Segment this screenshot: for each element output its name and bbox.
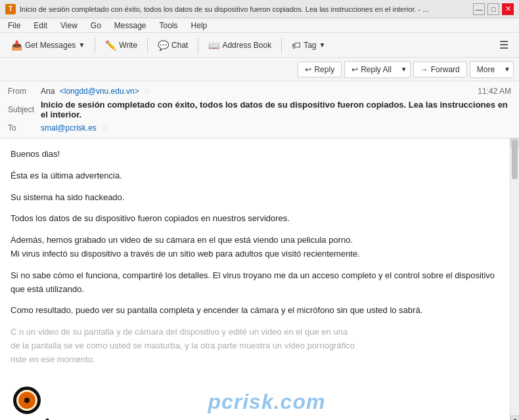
scroll-down-arrow[interactable]: ▼ xyxy=(510,415,519,420)
watermark-section: pcrisk.com xyxy=(11,375,499,420)
reply-all-dropdown[interactable]: ▼ xyxy=(398,61,411,78)
address-book-label: Address Book xyxy=(222,41,271,50)
minimize-button[interactable]: — xyxy=(473,3,485,15)
to-label: To xyxy=(8,123,41,133)
reply-all-arrow-icon: ↩ xyxy=(351,65,358,74)
forward-arrow-icon: → xyxy=(420,65,428,74)
body-p7: Como resultado, puedo ver su pantalla co… xyxy=(11,304,499,318)
email-header: From Ana <longdd@vnu.edu.vn> ☆ 11:42 AM … xyxy=(0,81,519,138)
from-label: From xyxy=(8,87,41,96)
action-bar: ↩ Reply ↩ Reply All ▼ → Forward More ▼ xyxy=(0,58,519,81)
tag-dropdown-arrow[interactable]: ▼ xyxy=(319,41,326,49)
menu-file[interactable]: File xyxy=(5,20,23,31)
reply-all-label: Reply All xyxy=(361,65,392,74)
get-messages-label: Get Messages xyxy=(25,41,76,50)
menu-message[interactable]: Message xyxy=(112,20,149,31)
maximize-button[interactable]: □ xyxy=(487,3,499,15)
scrollbar[interactable]: ▲ ▼ xyxy=(510,138,519,420)
more-button[interactable]: More xyxy=(470,61,501,78)
tag-label: Tag xyxy=(304,41,316,50)
app-icon: T xyxy=(5,4,16,14)
title-bar: T Inicio de sesión completado con éxito,… xyxy=(0,0,519,18)
subject-label: Subject xyxy=(8,105,41,114)
more-label: More xyxy=(477,65,495,74)
tag-icon: 🏷 xyxy=(292,40,301,51)
hamburger-button[interactable]: ☰ xyxy=(494,36,514,54)
write-label: Write xyxy=(119,41,137,50)
window-controls: — □ ✕ xyxy=(473,3,514,15)
address-book-icon: 📖 xyxy=(208,40,219,51)
separator-1 xyxy=(95,37,95,53)
subject-value: Inicio de sesión completado con éxito, t… xyxy=(41,100,511,119)
chat-label: Chat xyxy=(171,41,188,50)
email-body: Buenos dias! Ésta es la última advertenc… xyxy=(0,138,510,420)
reply-label: Reply xyxy=(314,65,334,74)
get-messages-dropdown-arrow[interactable]: ▼ xyxy=(78,41,85,49)
window-title: Inicio de sesión completado con éxito, t… xyxy=(20,5,473,13)
from-row: From Ana <longdd@vnu.edu.vn> ☆ 11:42 AM xyxy=(8,85,511,97)
address-book-button[interactable]: 📖 Address Book xyxy=(202,37,277,54)
body-p8: C n un video de su pantalla y de cámara … xyxy=(11,326,499,366)
separator-4 xyxy=(281,37,282,53)
to-value: smal@pcrisk.es ☆ xyxy=(41,123,511,133)
reply-arrow-icon: ↩ xyxy=(305,65,311,74)
write-button[interactable]: ✏️ Write xyxy=(99,37,143,54)
get-messages-button[interactable]: 📥 Get Messages ▼ xyxy=(5,37,91,54)
body-p2: Ésta es la última advertencia. xyxy=(11,169,499,183)
from-value: Ana <longdd@vnu.edu.vn> ☆ xyxy=(41,87,478,96)
menu-tools[interactable]: Tools xyxy=(157,20,181,31)
body-p3: Su sistema ha sido hackeado. xyxy=(11,191,499,205)
watermark-text: pcrisk.com xyxy=(208,390,325,413)
more-dropdown[interactable]: ▼ xyxy=(501,61,514,78)
close-button[interactable]: ✕ xyxy=(502,3,514,15)
scroll-thumb[interactable] xyxy=(512,140,518,179)
forward-label: Forward xyxy=(431,65,460,74)
separator-3 xyxy=(198,37,198,53)
tag-button[interactable]: 🏷 Tag ▼ xyxy=(286,37,331,54)
body-p4: Todos los datos de su dispositivo fueron… xyxy=(11,212,499,226)
magnifier-icon xyxy=(13,387,47,420)
forward-button[interactable]: → Forward xyxy=(413,62,467,77)
body-p6: Si no sabe cómo el funciona, compartiré … xyxy=(11,269,499,297)
menu-bar: File Edit View Go Message Tools Help xyxy=(0,18,519,33)
body-p5: Además, hemos grabado un video de su cám… xyxy=(11,234,499,261)
write-icon: ✏️ xyxy=(105,40,116,51)
to-star-icon[interactable]: ☆ xyxy=(101,123,108,133)
menu-help[interactable]: Help xyxy=(189,20,210,31)
chat-icon: 💬 xyxy=(158,40,169,51)
inbox-icon: 📥 xyxy=(11,40,22,51)
chat-button[interactable]: 💬 Chat xyxy=(152,37,194,54)
subject-row: Subject Inicio de sesión completado con … xyxy=(8,97,511,122)
menu-edit[interactable]: Edit xyxy=(31,20,50,31)
menu-go[interactable]: Go xyxy=(88,20,104,31)
email-time: 11:42 AM xyxy=(478,87,511,96)
to-email: smal@pcrisk.es xyxy=(41,123,97,133)
to-row: To smal@pcrisk.es ☆ xyxy=(8,122,511,134)
sender-email: <longdd@vnu.edu.vn> xyxy=(60,87,139,96)
menu-view[interactable]: View xyxy=(58,20,80,31)
toolbar: 📥 Get Messages ▼ ✏️ Write 💬 Chat 📖 Addre… xyxy=(0,33,519,58)
separator-2 xyxy=(147,37,148,53)
body-p1: Buenos dias! xyxy=(11,148,499,161)
star-icon[interactable]: ☆ xyxy=(144,87,151,96)
email-body-container: Buenos dias! Ésta es la última advertenc… xyxy=(0,138,519,420)
reply-button[interactable]: ↩ Reply xyxy=(298,62,342,77)
pcr-watermark: pcrisk.com xyxy=(208,385,325,419)
reply-all-button[interactable]: ↩ Reply All xyxy=(344,61,398,78)
sender-name: Ana xyxy=(41,87,55,96)
